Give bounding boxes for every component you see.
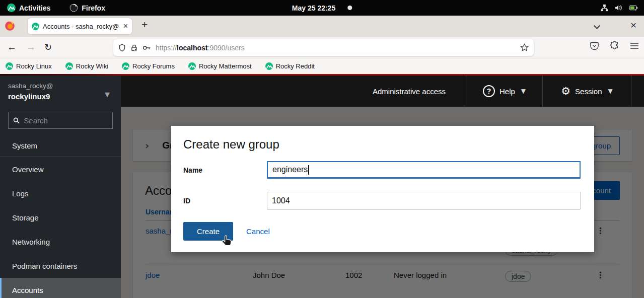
user-menu[interactable]: sasha_rocky@ rockylinux9 ▼ xyxy=(0,76,121,106)
bookmark-rocky-forums[interactable]: Rocky Forums xyxy=(122,62,175,70)
name-field-label: Name xyxy=(183,166,267,174)
key-icon[interactable] xyxy=(142,45,151,51)
menu-hamburger-icon[interactable] xyxy=(630,42,639,50)
firefox-label: Firefox xyxy=(82,4,105,12)
activities-button[interactable]: Activities xyxy=(7,4,50,12)
chevron-down-icon: ▼ xyxy=(105,91,110,98)
help-label: Help xyxy=(499,87,515,96)
rocky-logo-icon xyxy=(188,62,196,70)
forward-icon[interactable]: → xyxy=(26,41,36,53)
shield-icon[interactable] xyxy=(118,44,126,52)
help-menu[interactable]: ? Help ▼ xyxy=(466,76,542,107)
group-id-input[interactable]: 1004 xyxy=(267,192,581,209)
firefox-icon xyxy=(69,4,78,12)
gnome-top-bar: Activities Firefox May 25 22:25 xyxy=(0,0,644,16)
sidebar-item-storage[interactable]: Storage xyxy=(0,205,121,230)
sidebar-item-system[interactable]: System xyxy=(0,137,121,157)
sidebar-item-networking[interactable]: Networking xyxy=(0,230,121,254)
sidebar-item-accounts[interactable]: Accounts xyxy=(0,278,121,298)
sidebar: sasha_rocky@ rockylinux9 ▼ System Overvi… xyxy=(0,76,121,298)
url-text: https://localhost:9090/users xyxy=(156,44,245,52)
bookmark-label: Rocky Reddit xyxy=(276,62,315,70)
rocky-logo-icon xyxy=(7,4,16,12)
activities-label: Activities xyxy=(19,4,50,12)
admin-access-label: Administrative access xyxy=(373,87,446,96)
list-all-tabs-icon[interactable] xyxy=(594,23,600,29)
sidebar-search[interactable] xyxy=(8,112,113,129)
rocky-logo-icon xyxy=(122,62,129,70)
bookmark-rocky-linux[interactable]: Rocky Linux xyxy=(6,62,52,70)
bookmark-label: Rocky Wiki xyxy=(76,62,108,70)
firefox-app-icon[interactable] xyxy=(5,21,15,31)
sidebar-item-overview[interactable]: Overview xyxy=(0,157,121,181)
back-icon[interactable]: ← xyxy=(7,41,17,53)
notification-dot-icon xyxy=(347,6,352,10)
bookmark-rocky-mattermost[interactable]: Rocky Mattermost xyxy=(188,62,252,70)
tab-favicon-rocky-icon xyxy=(32,23,39,30)
create-group-modal: Create new group Name engineers ID 1004 … xyxy=(171,126,594,252)
clock-area[interactable]: May 25 22:25 xyxy=(292,4,352,12)
session-label: Session xyxy=(575,87,602,96)
group-id-value: 1004 xyxy=(272,196,290,205)
bookmark-rocky-reddit[interactable]: Rocky Reddit xyxy=(265,62,315,70)
bookmark-label: Rocky Forums xyxy=(132,62,175,70)
help-question-icon: ? xyxy=(483,85,495,97)
window-close-icon[interactable]: × xyxy=(630,19,636,31)
reload-icon[interactable]: ↻ xyxy=(44,41,52,53)
sidebar-item-logs[interactable]: Logs xyxy=(0,181,121,205)
firefox-menu-button[interactable]: Firefox xyxy=(69,4,105,12)
browser-nav-bar: ← → ↻ https://localhost:9090/users xyxy=(0,37,644,58)
gear-icon: ⚙ xyxy=(561,86,570,97)
session-menu[interactable]: ⚙ Session ▼ xyxy=(542,76,631,107)
browser-tab-bar: Accounts - sasha_rocky@ × + × xyxy=(0,16,644,37)
bookmark-label: Rocky Mattermost xyxy=(199,62,252,70)
lock-warning-icon[interactable] xyxy=(130,44,138,52)
chevron-down-icon: ▼ xyxy=(608,88,612,95)
group-name-input[interactable]: engineers xyxy=(267,161,581,179)
url-bar[interactable]: https://localhost:9090/users xyxy=(113,39,534,56)
bookmark-rocky-wiki[interactable]: Rocky Wiki xyxy=(65,62,108,70)
search-input[interactable] xyxy=(24,116,108,125)
cancel-link[interactable]: Cancel xyxy=(246,227,270,236)
mouse-cursor-hand-icon xyxy=(222,235,232,247)
text-caret xyxy=(308,165,309,175)
id-field-label: ID xyxy=(183,197,267,205)
cockpit-app: sasha_rocky@ rockylinux9 ▼ System Overvi… xyxy=(0,74,644,298)
extensions-puzzle-icon[interactable] xyxy=(610,41,619,50)
bookmark-star-icon[interactable] xyxy=(520,43,529,52)
system-tray[interactable] xyxy=(601,4,638,12)
battery-icon xyxy=(629,4,638,12)
user-name: sasha_rocky@ xyxy=(8,82,113,90)
new-tab-button[interactable]: + xyxy=(141,19,148,31)
network-icon xyxy=(601,4,608,12)
chevron-down-icon: ▼ xyxy=(521,88,526,95)
rocky-logo-icon xyxy=(65,62,73,70)
masthead: Administrative access ? Help ▼ ⚙ Session… xyxy=(121,76,644,107)
browser-tab-accounts[interactable]: Accounts - sasha_rocky@ × xyxy=(28,18,132,34)
search-icon xyxy=(13,117,20,124)
pocket-icon[interactable] xyxy=(590,41,599,50)
bookmark-label: Rocky Linux xyxy=(16,62,52,70)
administrative-access-button[interactable]: Administrative access xyxy=(352,76,466,107)
screen: Activities Firefox May 25 22:25 xyxy=(0,0,644,298)
tab-title: Accounts - sasha_rocky@ xyxy=(43,23,120,30)
clock-text: May 25 22:25 xyxy=(292,4,335,12)
modal-title: Create new group xyxy=(183,137,582,152)
rocky-logo-icon xyxy=(6,62,13,70)
sidebar-item-podman[interactable]: Podman containers xyxy=(0,254,121,278)
rocky-logo-icon xyxy=(265,62,273,70)
volume-icon xyxy=(615,4,623,12)
bookmarks-bar: Rocky Linux Rocky Wiki Rocky Forums Rock… xyxy=(0,58,644,74)
user-hostname: rockylinux9 xyxy=(8,92,113,101)
tab-close-icon[interactable]: × xyxy=(123,22,128,30)
group-name-value: engineers xyxy=(272,165,308,174)
